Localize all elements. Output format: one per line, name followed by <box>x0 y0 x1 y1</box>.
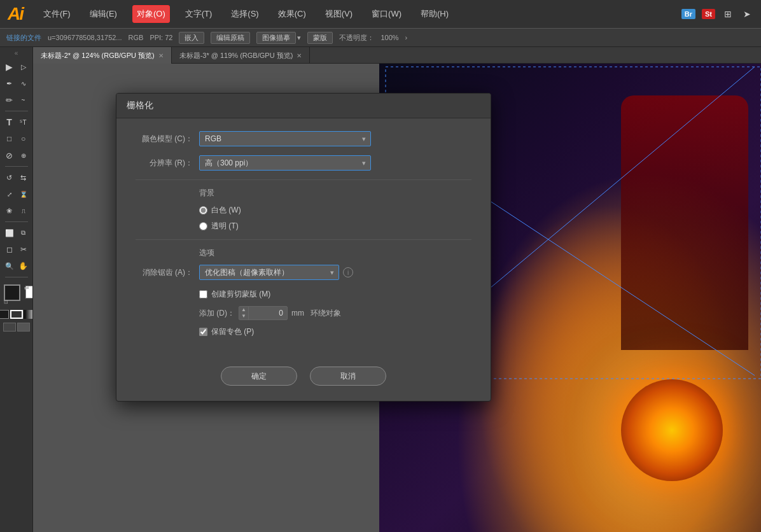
spinner-down[interactable]: ▼ <box>239 313 248 319</box>
tab-2-close[interactable]: ✕ <box>297 52 302 59</box>
screen-mode-icon[interactable] <box>17 323 30 332</box>
swap-colors-icon[interactable]: ⇄ <box>24 284 29 291</box>
divider-2 <box>136 239 471 240</box>
vertical-type-tool[interactable]: ⁵T <box>17 115 31 130</box>
tab-2[interactable]: 未标题-3* @ 119% (RGB/GPU 预览) ✕ <box>172 47 311 64</box>
stock-icon[interactable]: St <box>702 9 715 19</box>
resolution-select-wrapper[interactable]: 屏幕（72 ppi） 中（150 ppi） 高（300 ppi） 其他 <box>199 155 371 171</box>
radio-transparent-label[interactable]: 透明 (T) <box>211 221 239 232</box>
create-mask-row: 创建剪切蒙版 (M) <box>199 289 471 300</box>
radio-white-row: 白色 (W) <box>199 205 471 216</box>
ellipse-tool[interactable]: ○ <box>17 131 31 146</box>
tool-divider-4 <box>5 277 28 277</box>
app-logo: Ai <box>8 4 23 24</box>
mask-button[interactable]: 蒙版 <box>307 32 333 44</box>
default-colors-icon[interactable]: ⊡ <box>4 299 8 305</box>
preserve-spot-label[interactable]: 保留专色 (P) <box>211 326 254 337</box>
resolution-select[interactable]: 屏幕（72 ppi） 中（150 ppi） 高（300 ppi） 其他 <box>199 155 371 171</box>
anti-alias-row: 消除锯齿 (A)： 无 优化文字（提示） 优化图稿（超像素取样） i <box>136 265 471 280</box>
fill-icon[interactable] <box>0 310 9 319</box>
menu-object[interactable]: 对象(O) <box>132 5 170 23</box>
send-icon[interactable]: ➤ <box>741 8 753 20</box>
reflect-tool[interactable]: ⇆ <box>17 170 31 185</box>
radio-white[interactable] <box>199 206 207 214</box>
grid-icon[interactable]: ⊞ <box>722 8 734 20</box>
pen-tool[interactable]: ✒ <box>3 76 17 91</box>
paintbrush-tool[interactable]: ⊘ <box>3 148 17 163</box>
add-value-input[interactable] <box>249 307 287 319</box>
radio-white-label[interactable]: 白色 (W) <box>211 205 241 216</box>
zoom-tool[interactable]: 🔍 <box>3 258 17 274</box>
spinner-control: ▲ ▼ <box>239 306 288 320</box>
menu-view[interactable]: 视图(V) <box>321 6 356 22</box>
tab-1[interactable]: 未标题-2* @ 124% (RGB/GPU 预览) ✕ <box>33 47 172 64</box>
create-mask-checkbox[interactable] <box>199 290 207 298</box>
rotate-tool[interactable]: ↺ <box>3 170 17 185</box>
cancel-button[interactable]: 取消 <box>310 367 386 386</box>
eraser-tool[interactable]: ◻ <box>3 242 17 257</box>
curvature-tool[interactable]: ∿ <box>17 76 31 91</box>
warp-tool[interactable]: ⌛ <box>17 186 31 202</box>
direct-selection-tool[interactable]: ▷ <box>17 59 31 74</box>
slice-tool[interactable]: ⧉ <box>17 225 31 241</box>
menu-text[interactable]: 文字(T) <box>181 6 216 22</box>
info-icon[interactable]: i <box>343 267 353 277</box>
smooth-tool[interactable]: ~ <box>17 92 31 108</box>
spinner-up[interactable]: ▲ <box>239 307 248 313</box>
edit-original-button[interactable]: 编辑原稿 <box>211 32 250 44</box>
anti-alias-select-wrapper[interactable]: 无 优化文字（提示） 优化图稿（超像素取样） <box>199 265 339 280</box>
radio-transparent[interactable] <box>199 222 207 230</box>
anti-alias-select[interactable]: 无 优化文字（提示） 优化图稿（超像素取样） <box>199 265 339 280</box>
tool-divider-2 <box>5 166 28 167</box>
menu-select[interactable]: 选择(S) <box>227 6 262 22</box>
options-section-label: 选项 <box>199 248 471 258</box>
artboard-tool[interactable]: ⬜ <box>3 225 17 241</box>
color-selector: ⇄ ⊡ <box>3 283 31 306</box>
divider-1 <box>136 179 471 180</box>
optionsbar: 链接的文件 u=3096778508,31752... RGB PPI: 72 … <box>0 28 761 47</box>
tool-divider-1 <box>5 111 28 111</box>
view-mode-row <box>3 323 30 332</box>
confirm-button[interactable]: 确定 <box>221 367 297 386</box>
tool-divider-3 <box>5 221 28 222</box>
column-graph-tool[interactable]: ⎍ <box>17 203 31 218</box>
scissors-tool[interactable]: ✂ <box>17 242 31 257</box>
blob-brush-tool[interactable]: ⊕ <box>17 148 31 163</box>
type-tool[interactable]: T <box>3 115 17 130</box>
preserve-spot-checkbox[interactable] <box>199 328 207 336</box>
menu-effect[interactable]: 效果(C) <box>274 6 310 22</box>
coords-text: u=3096778508,31752... <box>48 34 122 41</box>
tab-1-close[interactable]: ✕ <box>158 52 164 59</box>
menu-edit[interactable]: 编辑(E) <box>86 6 121 22</box>
titlebar-right: Br St ⊞ ➤ <box>681 8 753 20</box>
color-mode-text: RGB <box>129 34 144 41</box>
menu-window[interactable]: 窗口(W) <box>368 6 405 22</box>
preserve-spot-row: 保留专色 (P) <box>199 326 471 337</box>
opacity-label: 不透明度： <box>339 33 374 43</box>
background-label: 背景 <box>199 188 471 199</box>
color-model-select[interactable]: RGB CMYK 灰度 <box>199 131 371 146</box>
canvas-content: 栅格化 颜色模型 (C)： RGB CMYK 灰度 <box>33 64 761 532</box>
create-mask-label[interactable]: 创建剪切蒙版 (M) <box>211 289 270 300</box>
selection-tool[interactable]: ▶ <box>3 59 17 74</box>
stroke-icon[interactable] <box>10 310 23 319</box>
around-object-text: 环绕对象 <box>311 308 341 319</box>
embed-button[interactable]: 嵌入 <box>179 32 204 44</box>
pencil-tool[interactable]: ✏ <box>3 92 17 108</box>
gradient-icon[interactable] <box>24 310 34 319</box>
scale-tool[interactable]: ⤢ <box>3 186 17 202</box>
add-label: 添加 (D)： <box>199 308 235 319</box>
rectangle-tool[interactable]: □ <box>3 131 17 146</box>
image-trace-button[interactable]: 图像描摹 <box>256 32 296 44</box>
symbol-sprayer-tool[interactable]: ❀ <box>3 203 17 218</box>
rasterize-dialog: 栅格化 颜色模型 (C)： RGB CMYK 灰度 <box>116 93 491 402</box>
link-files-label: 链接的文件 <box>6 33 41 43</box>
color-model-select-wrapper[interactable]: RGB CMYK 灰度 <box>199 131 371 146</box>
bridge-icon[interactable]: Br <box>681 9 695 19</box>
menu-file[interactable]: 文件(F) <box>39 6 74 22</box>
canvas-area: 未标题-2* @ 124% (RGB/GPU 预览) ✕ 未标题-3* @ 11… <box>33 47 761 532</box>
hand-tool[interactable]: ✋ <box>17 258 31 274</box>
menu-help[interactable]: 帮助(H) <box>417 6 452 22</box>
modal-title-bar: 栅格化 <box>116 94 491 118</box>
normal-view-icon[interactable] <box>3 323 16 332</box>
